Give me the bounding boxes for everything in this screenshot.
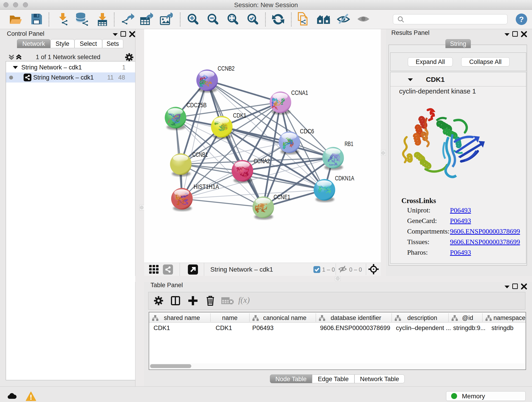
svg-text:CCNA1: CCNA1 bbox=[291, 89, 308, 96]
svg-text:CCNA2: CCNA2 bbox=[254, 158, 270, 165]
svg-text:CCNB2: CCNB2 bbox=[218, 65, 234, 72]
svg-text:CCNB1: CCNB1 bbox=[192, 151, 208, 158]
svg-text:CCNE1: CCNE1 bbox=[273, 194, 290, 201]
svg-text:CDK1: CDK1 bbox=[233, 112, 246, 119]
svg-text:CDC25B: CDC25B bbox=[186, 102, 207, 109]
svg-text:CDC6: CDC6 bbox=[300, 128, 314, 135]
svg-text:HIST1H1A: HIST1H1A bbox=[194, 183, 219, 190]
svg-text:CDKN1A: CDKN1A bbox=[335, 175, 354, 182]
svg-text:RB1: RB1 bbox=[345, 140, 353, 147]
